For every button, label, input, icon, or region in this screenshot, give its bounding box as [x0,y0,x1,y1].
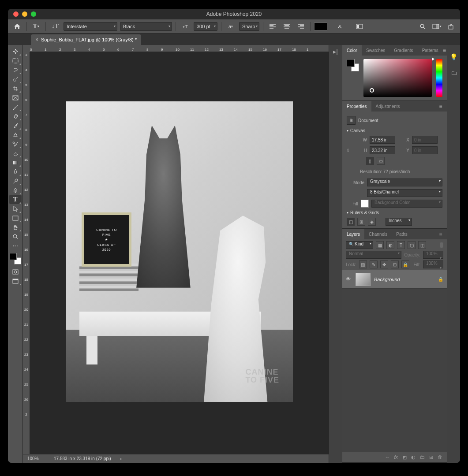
color-mode-select[interactable]: Grayscale [367,178,442,186]
zoom-tool[interactable] [9,232,22,241]
type-tool[interactable]: T [9,195,22,204]
zoom-level[interactable]: 100% [27,456,45,461]
new-adjustment-icon[interactable]: ◐ [411,454,416,460]
tab-color[interactable]: Color [342,45,362,56]
canvas-stage[interactable]: CANINE TO FIVE ★ CLASS OF 2020 CANINETO … [30,52,329,454]
tab-layers[interactable]: Layers [342,229,364,239]
workspace-button[interactable]: ▾ [431,22,442,31]
filter-toggle[interactable] [440,242,443,248]
blend-mode-select[interactable]: Normal [346,251,401,259]
lock-icon[interactable]: 🔒 [438,277,443,282]
text-orientation-button[interactable]: ↓T [49,22,61,31]
layer-fill-field[interactable]: 100% [423,260,443,268]
panel-menu-icon[interactable]: ≡ [443,45,446,56]
lock-all-icon[interactable]: 🔒 [401,260,409,268]
panel-menu-icon[interactable]: ≡ [436,229,445,239]
font-style-select[interactable]: Black [120,22,172,31]
bit-depth-select[interactable]: 8 Bits/Channel [367,189,442,197]
visibility-toggle-icon[interactable]: 👁 [346,276,352,283]
panel-menu-icon[interactable]: ≡ [436,101,445,112]
hue-slider[interactable] [436,59,442,97]
filter-adjust-icon[interactable]: ◐ [386,241,394,249]
foreground-color-swatch[interactable] [10,253,17,260]
layer-row[interactable]: 👁 Background 🔒 [342,270,447,289]
tab-patterns[interactable]: Patterns [418,45,443,56]
font-size-select[interactable]: 300 pt [194,22,217,31]
close-tab-icon[interactable]: × [35,37,38,43]
healing-brush-tool[interactable] [9,112,22,121]
share-button[interactable] [445,22,457,31]
quick-mask-button[interactable] [9,267,22,276]
tab-paths[interactable]: Paths [392,229,412,239]
filter-pixel-icon[interactable]: ▩ [376,241,384,249]
dodge-tool[interactable] [9,176,22,186]
frame-tool[interactable] [9,93,22,102]
tab-channels[interactable]: Channels [364,229,392,239]
filter-type-icon[interactable]: T [397,241,405,249]
ruler-horizontal[interactable]: 01234567891011121314151617181 [30,45,329,52]
canvas-height-field[interactable] [370,146,395,154]
character-panel-button[interactable] [354,22,365,31]
eraser-tool[interactable] [9,149,22,158]
tab-properties[interactable]: Properties [342,101,371,112]
align-right-button[interactable] [295,22,307,31]
eyedropper-tool[interactable] [9,102,22,112]
path-select-tool[interactable] [9,204,22,213]
fill-swatch[interactable] [361,200,369,208]
link-layers-icon[interactable]: ↔ [385,454,389,460]
canvas-section-header[interactable]: Canvas [347,128,442,133]
crop-tool[interactable] [9,84,22,93]
color-picker-field[interactable] [363,59,432,97]
clone-stamp-tool[interactable] [9,130,22,139]
history-brush-tool[interactable] [9,139,22,149]
rulers-toggle[interactable]: ◫ [347,218,355,226]
layer-name[interactable]: Background [374,277,434,282]
layer-fx-icon[interactable]: fx [394,454,398,460]
tab-gradients[interactable]: Gradients [389,45,417,56]
canvas-width-field[interactable] [370,136,395,144]
document-dimensions[interactable]: 17.583 in x 23.319 in (72 ppi) [54,456,111,461]
lock-transparency-icon[interactable]: ▨ [359,260,367,268]
align-center-button[interactable] [281,22,292,31]
lock-position-icon[interactable]: ✥ [380,260,388,268]
gradient-tool[interactable] [9,158,22,167]
pen-tool[interactable] [9,186,22,195]
antialias-select[interactable]: Sharp [239,22,259,31]
foreground-background-colors[interactable] [10,253,21,264]
ruler-vertical[interactable]: 3456789101112131415161718192021222324252… [23,52,30,454]
libraries-panel-icon[interactable]: 🗀 [448,68,460,78]
tool-preset-type-icon[interactable]: T▾ [30,22,42,31]
filter-smart-icon[interactable]: ◫ [418,241,426,249]
ruler-units-select[interactable]: Inches [386,218,412,226]
new-group-icon[interactable]: 🗀 [420,454,425,460]
document-tab[interactable]: × Sophie_Bubba_FLAT.jpg @ 100% (Gray/8) … [31,34,141,45]
brush-tool[interactable] [9,121,22,130]
font-family-select[interactable]: Interstate [64,22,117,31]
move-tool[interactable] [9,47,22,56]
link-dimensions-icon[interactable]: 𝟾 [347,148,353,153]
grid-toggle[interactable]: ⊞ [357,218,365,226]
new-layer-icon[interactable]: ⊞ [429,454,433,460]
layer-thumbnail[interactable] [356,273,371,286]
lock-artboard-icon[interactable]: ⊡ [391,260,399,268]
orient-portrait-button[interactable]: ▯ [366,157,374,165]
delete-layer-icon[interactable]: 🗑 [438,454,442,460]
filter-shape-icon[interactable]: ▢ [408,241,416,249]
fill-select[interactable]: Background Color [371,200,442,208]
opacity-field[interactable]: 100% [423,251,443,259]
expand-dock-icon[interactable]: ▸| [330,47,341,56]
tab-swatches[interactable]: Swatches [362,45,389,56]
lasso-tool[interactable] [9,65,22,74]
screen-mode-button[interactable] [9,276,22,286]
marquee-tool[interactable] [9,56,22,65]
rectangle-tool[interactable] [9,213,22,223]
align-left-button[interactable] [267,22,278,31]
edit-toolbar-button[interactable]: ⋯ [9,241,22,250]
guides-toggle[interactable]: ◈ [368,218,376,226]
tab-adjustments[interactable]: Adjustments [371,101,404,112]
panel-fgbg-colors[interactable] [347,59,359,71]
warp-text-button[interactable]: T [335,22,346,31]
quick-select-tool[interactable] [9,74,22,84]
learn-panel-icon[interactable]: 💡 [448,52,460,62]
hand-tool[interactable] [9,223,22,232]
